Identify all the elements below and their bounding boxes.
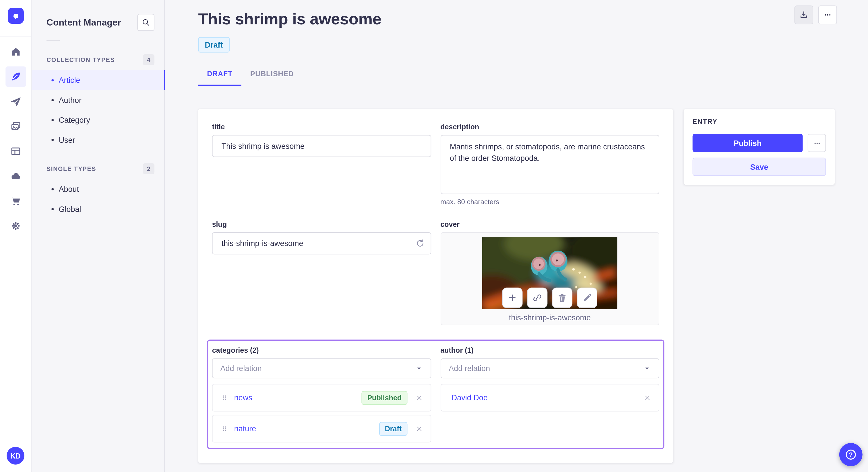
relation-link[interactable]: news — [234, 393, 252, 402]
nav-content-type-builder[interactable] — [5, 141, 26, 162]
add-relation-placeholder: Add relation — [448, 364, 490, 373]
sidebar-title: Content Manager — [46, 17, 121, 28]
tab-draft[interactable]: DRAFT — [198, 63, 241, 86]
relation-link[interactable]: David Doe — [452, 393, 488, 402]
chevron-down-icon — [643, 365, 651, 372]
entry-more-button[interactable] — [808, 134, 826, 152]
sidebar-item-article[interactable]: Article — [32, 70, 164, 90]
cover-caption: this-shrimp-is-awesome — [509, 313, 591, 322]
svg-text:?: ? — [849, 451, 853, 458]
categories-field-label: categories (2) — [212, 346, 431, 355]
bullet-icon — [51, 119, 54, 121]
nav-content-manager[interactable] — [5, 66, 26, 87]
search-button[interactable] — [137, 14, 154, 31]
sidebar-item-label: User — [59, 136, 75, 144]
user-avatar[interactable]: KD — [7, 447, 24, 465]
close-icon — [644, 394, 651, 401]
search-icon — [141, 18, 151, 27]
remove-relation-button[interactable] — [415, 425, 423, 432]
section-count-badge: 4 — [143, 54, 155, 65]
save-button[interactable]: Save — [693, 158, 826, 176]
cover-copy-link-button[interactable] — [527, 288, 548, 308]
sidebar-item-label: Global — [59, 205, 81, 214]
nav-media-library[interactable] — [5, 116, 26, 136]
export-button[interactable] — [795, 5, 813, 24]
bullet-icon — [51, 188, 54, 191]
tab-published[interactable]: PUBLISHED — [241, 63, 303, 86]
publish-button[interactable]: Publish — [693, 134, 803, 152]
edit-form-card: title description Mantis shrimps, or sto… — [198, 109, 673, 463]
status-badge: Draft — [198, 37, 229, 53]
single-types-section: SINGLE TYPES 2 About Global — [32, 163, 164, 219]
sidebar-item-about[interactable]: About — [32, 179, 164, 199]
description-hint: max. 80 characters — [440, 198, 659, 206]
description-textarea[interactable]: Mantis shrimps, or stomatopods, are mari… — [440, 135, 659, 194]
entry-panel-title: ENTRY — [693, 118, 826, 126]
sidebar-item-label: Category — [59, 115, 90, 125]
pencil-icon — [582, 293, 592, 303]
nav-settings[interactable] — [5, 216, 26, 236]
relation-item-david-doe: David Doe — [440, 384, 659, 411]
cloud-icon — [10, 170, 22, 182]
add-relation-placeholder: Add relation — [220, 364, 262, 373]
nav-deploy[interactable] — [5, 166, 26, 187]
section-label: SINGLE TYPES — [46, 165, 96, 172]
rail-divider — [0, 36, 31, 36]
help-button[interactable]: ? — [839, 443, 863, 466]
sidebar-divider — [46, 40, 60, 41]
close-icon — [415, 425, 423, 432]
more-horizontal-icon — [823, 10, 833, 20]
entry-panel: ENTRY Publish Save — [684, 109, 835, 185]
nav-releases[interactable] — [5, 91, 26, 111]
relation-link[interactable]: nature — [234, 424, 256, 433]
download-icon — [799, 10, 809, 20]
single-types-list: About Global — [32, 179, 164, 219]
nav-home[interactable] — [5, 42, 26, 62]
categories-add-relation-combobox[interactable]: Add relation — [212, 359, 431, 378]
header-actions — [795, 5, 837, 24]
sidebar-item-label: Article — [59, 76, 80, 85]
close-icon — [415, 394, 423, 401]
description-field-label: description — [440, 123, 659, 131]
drag-handle-icon[interactable] — [220, 425, 229, 433]
sidebar-item-user[interactable]: User — [32, 130, 164, 150]
author-add-relation-combobox[interactable]: Add relation — [440, 359, 659, 378]
drag-handle-icon[interactable] — [220, 394, 229, 402]
nav-marketplace[interactable] — [5, 191, 26, 211]
strapi-logo[interactable] — [7, 8, 24, 24]
cover-image[interactable] — [482, 237, 617, 309]
relations-group: categories (2) Add relation — [207, 339, 664, 449]
sidebar-item-category[interactable]: Category — [32, 110, 164, 130]
categories-field: categories (2) Add relation — [212, 346, 431, 442]
header-more-button[interactable] — [818, 5, 837, 24]
main-content: This shrimp is awesome Draft DRAFT PUBLI… — [165, 0, 868, 472]
regenerate-slug-button[interactable] — [415, 238, 425, 248]
sidebar-item-global[interactable]: Global — [32, 199, 164, 219]
nav-rail: KD — [0, 0, 32, 472]
bullet-icon — [51, 139, 54, 141]
cover-add-button[interactable] — [502, 288, 523, 308]
bullet-icon — [51, 208, 54, 210]
slug-input[interactable] — [212, 232, 431, 255]
content-type-builder-icon — [10, 145, 22, 157]
question-mark-icon: ? — [844, 448, 857, 461]
title-field: title — [212, 123, 431, 206]
more-horizontal-icon — [812, 138, 821, 147]
cover-media-card: this-shrimp-is-awesome — [440, 232, 659, 325]
link-icon — [532, 293, 543, 303]
chevron-down-icon — [415, 365, 423, 372]
sidebar-item-author[interactable]: Author — [32, 90, 164, 110]
title-input[interactable] — [212, 135, 431, 157]
trash-icon — [557, 293, 568, 303]
section-count-badge: 2 — [143, 163, 155, 174]
cover-edit-button[interactable] — [577, 288, 597, 308]
cover-field: cover — [440, 220, 659, 325]
remove-relation-button[interactable] — [415, 394, 423, 401]
author-field: author (1) Add relation David Doe — [440, 346, 659, 442]
remove-relation-button[interactable] — [644, 394, 651, 401]
content-manager-feather-icon — [10, 71, 22, 82]
version-tabs: DRAFT PUBLISHED — [198, 63, 868, 86]
refresh-icon — [415, 238, 425, 248]
home-icon — [10, 46, 22, 58]
cover-delete-button[interactable] — [552, 288, 572, 308]
